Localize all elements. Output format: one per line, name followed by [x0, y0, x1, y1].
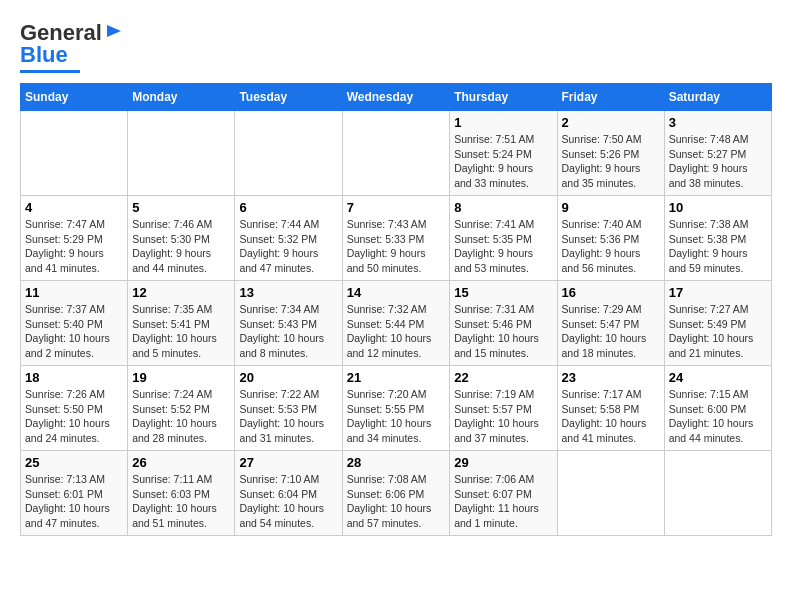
- calendar-week-row: 18Sunrise: 7:26 AM Sunset: 5:50 PM Dayli…: [21, 366, 772, 451]
- calendar-cell: 3Sunrise: 7:48 AM Sunset: 5:27 PM Daylig…: [664, 111, 771, 196]
- day-info: Sunrise: 7:17 AM Sunset: 5:58 PM Dayligh…: [562, 387, 660, 446]
- day-number: 28: [347, 455, 446, 470]
- calendar-cell: [557, 451, 664, 536]
- day-number: 21: [347, 370, 446, 385]
- day-info: Sunrise: 7:35 AM Sunset: 5:41 PM Dayligh…: [132, 302, 230, 361]
- day-info: Sunrise: 7:51 AM Sunset: 5:24 PM Dayligh…: [454, 132, 552, 191]
- day-number: 12: [132, 285, 230, 300]
- day-info: Sunrise: 7:47 AM Sunset: 5:29 PM Dayligh…: [25, 217, 123, 276]
- day-number: 3: [669, 115, 767, 130]
- day-number: 27: [239, 455, 337, 470]
- calendar-cell: 1Sunrise: 7:51 AM Sunset: 5:24 PM Daylig…: [450, 111, 557, 196]
- page-header: General Blue: [20, 20, 772, 73]
- logo-line: [20, 70, 80, 73]
- day-info: Sunrise: 7:20 AM Sunset: 5:55 PM Dayligh…: [347, 387, 446, 446]
- calendar-cell: 13Sunrise: 7:34 AM Sunset: 5:43 PM Dayli…: [235, 281, 342, 366]
- day-number: 2: [562, 115, 660, 130]
- day-info: Sunrise: 7:43 AM Sunset: 5:33 PM Dayligh…: [347, 217, 446, 276]
- day-number: 15: [454, 285, 552, 300]
- day-info: Sunrise: 7:08 AM Sunset: 6:06 PM Dayligh…: [347, 472, 446, 531]
- weekday-header-cell: Saturday: [664, 84, 771, 111]
- calendar-cell: 14Sunrise: 7:32 AM Sunset: 5:44 PM Dayli…: [342, 281, 450, 366]
- calendar-table: SundayMondayTuesdayWednesdayThursdayFrid…: [20, 83, 772, 536]
- day-info: Sunrise: 7:44 AM Sunset: 5:32 PM Dayligh…: [239, 217, 337, 276]
- calendar-cell: 10Sunrise: 7:38 AM Sunset: 5:38 PM Dayli…: [664, 196, 771, 281]
- calendar-cell: 15Sunrise: 7:31 AM Sunset: 5:46 PM Dayli…: [450, 281, 557, 366]
- logo-arrow-icon: [105, 22, 123, 44]
- weekday-header-cell: Wednesday: [342, 84, 450, 111]
- day-number: 19: [132, 370, 230, 385]
- day-info: Sunrise: 7:13 AM Sunset: 6:01 PM Dayligh…: [25, 472, 123, 531]
- calendar-week-row: 25Sunrise: 7:13 AM Sunset: 6:01 PM Dayli…: [21, 451, 772, 536]
- day-info: Sunrise: 7:40 AM Sunset: 5:36 PM Dayligh…: [562, 217, 660, 276]
- day-number: 9: [562, 200, 660, 215]
- day-info: Sunrise: 7:32 AM Sunset: 5:44 PM Dayligh…: [347, 302, 446, 361]
- calendar-week-row: 11Sunrise: 7:37 AM Sunset: 5:40 PM Dayli…: [21, 281, 772, 366]
- weekday-header-cell: Thursday: [450, 84, 557, 111]
- logo-blue-text: Blue: [20, 42, 68, 68]
- day-info: Sunrise: 7:22 AM Sunset: 5:53 PM Dayligh…: [239, 387, 337, 446]
- day-info: Sunrise: 7:37 AM Sunset: 5:40 PM Dayligh…: [25, 302, 123, 361]
- day-info: Sunrise: 7:15 AM Sunset: 6:00 PM Dayligh…: [669, 387, 767, 446]
- calendar-cell: 21Sunrise: 7:20 AM Sunset: 5:55 PM Dayli…: [342, 366, 450, 451]
- day-number: 24: [669, 370, 767, 385]
- weekday-header-cell: Friday: [557, 84, 664, 111]
- day-number: 11: [25, 285, 123, 300]
- day-info: Sunrise: 7:24 AM Sunset: 5:52 PM Dayligh…: [132, 387, 230, 446]
- calendar-cell: [235, 111, 342, 196]
- calendar-week-row: 4Sunrise: 7:47 AM Sunset: 5:29 PM Daylig…: [21, 196, 772, 281]
- calendar-cell: [342, 111, 450, 196]
- calendar-cell: 24Sunrise: 7:15 AM Sunset: 6:00 PM Dayli…: [664, 366, 771, 451]
- calendar-cell: 26Sunrise: 7:11 AM Sunset: 6:03 PM Dayli…: [128, 451, 235, 536]
- day-number: 7: [347, 200, 446, 215]
- calendar-cell: 17Sunrise: 7:27 AM Sunset: 5:49 PM Dayli…: [664, 281, 771, 366]
- day-number: 10: [669, 200, 767, 215]
- calendar-cell: [128, 111, 235, 196]
- calendar-cell: 9Sunrise: 7:40 AM Sunset: 5:36 PM Daylig…: [557, 196, 664, 281]
- day-number: 25: [25, 455, 123, 470]
- day-number: 8: [454, 200, 552, 215]
- day-number: 22: [454, 370, 552, 385]
- calendar-cell: 27Sunrise: 7:10 AM Sunset: 6:04 PM Dayli…: [235, 451, 342, 536]
- weekday-header-row: SundayMondayTuesdayWednesdayThursdayFrid…: [21, 84, 772, 111]
- day-info: Sunrise: 7:11 AM Sunset: 6:03 PM Dayligh…: [132, 472, 230, 531]
- calendar-cell: 20Sunrise: 7:22 AM Sunset: 5:53 PM Dayli…: [235, 366, 342, 451]
- calendar-cell: 2Sunrise: 7:50 AM Sunset: 5:26 PM Daylig…: [557, 111, 664, 196]
- calendar-cell: 12Sunrise: 7:35 AM Sunset: 5:41 PM Dayli…: [128, 281, 235, 366]
- day-info: Sunrise: 7:06 AM Sunset: 6:07 PM Dayligh…: [454, 472, 552, 531]
- day-info: Sunrise: 7:10 AM Sunset: 6:04 PM Dayligh…: [239, 472, 337, 531]
- day-number: 4: [25, 200, 123, 215]
- day-info: Sunrise: 7:50 AM Sunset: 5:26 PM Dayligh…: [562, 132, 660, 191]
- day-info: Sunrise: 7:38 AM Sunset: 5:38 PM Dayligh…: [669, 217, 767, 276]
- weekday-header-cell: Sunday: [21, 84, 128, 111]
- weekday-header-cell: Monday: [128, 84, 235, 111]
- day-info: Sunrise: 7:34 AM Sunset: 5:43 PM Dayligh…: [239, 302, 337, 361]
- calendar-cell: 16Sunrise: 7:29 AM Sunset: 5:47 PM Dayli…: [557, 281, 664, 366]
- calendar-cell: 28Sunrise: 7:08 AM Sunset: 6:06 PM Dayli…: [342, 451, 450, 536]
- calendar-week-row: 1Sunrise: 7:51 AM Sunset: 5:24 PM Daylig…: [21, 111, 772, 196]
- day-number: 26: [132, 455, 230, 470]
- calendar-body: 1Sunrise: 7:51 AM Sunset: 5:24 PM Daylig…: [21, 111, 772, 536]
- weekday-header-cell: Tuesday: [235, 84, 342, 111]
- day-number: 23: [562, 370, 660, 385]
- day-number: 6: [239, 200, 337, 215]
- day-number: 13: [239, 285, 337, 300]
- day-number: 29: [454, 455, 552, 470]
- day-info: Sunrise: 7:41 AM Sunset: 5:35 PM Dayligh…: [454, 217, 552, 276]
- calendar-cell: 8Sunrise: 7:41 AM Sunset: 5:35 PM Daylig…: [450, 196, 557, 281]
- day-info: Sunrise: 7:27 AM Sunset: 5:49 PM Dayligh…: [669, 302, 767, 361]
- day-info: Sunrise: 7:26 AM Sunset: 5:50 PM Dayligh…: [25, 387, 123, 446]
- calendar-cell: 18Sunrise: 7:26 AM Sunset: 5:50 PM Dayli…: [21, 366, 128, 451]
- day-info: Sunrise: 7:46 AM Sunset: 5:30 PM Dayligh…: [132, 217, 230, 276]
- svg-marker-0: [107, 25, 121, 37]
- calendar-cell: 22Sunrise: 7:19 AM Sunset: 5:57 PM Dayli…: [450, 366, 557, 451]
- day-info: Sunrise: 7:48 AM Sunset: 5:27 PM Dayligh…: [669, 132, 767, 191]
- calendar-cell: 25Sunrise: 7:13 AM Sunset: 6:01 PM Dayli…: [21, 451, 128, 536]
- calendar-cell: 29Sunrise: 7:06 AM Sunset: 6:07 PM Dayli…: [450, 451, 557, 536]
- calendar-cell: [664, 451, 771, 536]
- day-info: Sunrise: 7:31 AM Sunset: 5:46 PM Dayligh…: [454, 302, 552, 361]
- calendar-cell: [21, 111, 128, 196]
- logo: General Blue: [20, 20, 123, 73]
- day-number: 16: [562, 285, 660, 300]
- day-info: Sunrise: 7:19 AM Sunset: 5:57 PM Dayligh…: [454, 387, 552, 446]
